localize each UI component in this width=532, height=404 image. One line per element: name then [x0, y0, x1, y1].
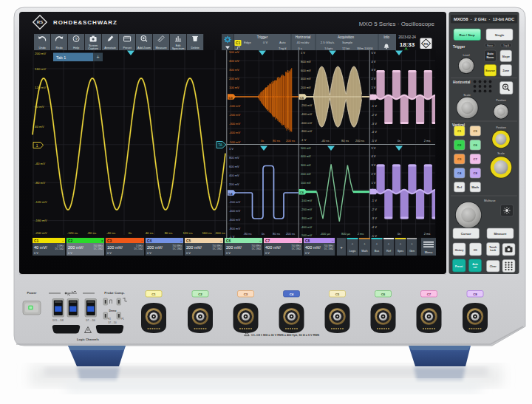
svg-text:0s: 0s	[262, 232, 265, 236]
svg-text:Trigger: Trigger	[453, 45, 465, 49]
svg-text:200 mV/: 200 mV/	[147, 245, 163, 250]
svg-text:MXO 5 Series · Oscilloscope: MXO 5 Series · Oscilloscope	[359, 21, 435, 27]
svg-text:DC 1MΩ: DC 1MΩ	[94, 247, 103, 250]
svg-text:Ref: Ref	[386, 250, 392, 253]
svg-text:-40 ns: -40 ns	[106, 231, 116, 235]
svg-text:I/O: I/O	[474, 249, 477, 252]
svg-text:Undo: Undo	[38, 46, 45, 49]
svg-text:Help: Help	[73, 46, 79, 49]
svg-text:-300 mV: -300 mV	[229, 122, 240, 126]
svg-text:2 V: 2 V	[372, 77, 376, 81]
svg-text:300 mV: 300 mV	[229, 68, 239, 72]
svg-text:C5: C5	[335, 292, 340, 296]
svg-text:Annotate: Annotate	[104, 46, 116, 49]
svg-text:-2 V: -2 V	[372, 208, 378, 211]
svg-text:-500 mV: -500 mV	[301, 233, 312, 237]
svg-text:Spectrum: Spectrum	[172, 47, 185, 50]
svg-text:C4: C4	[290, 292, 294, 296]
svg-text:Scale: Scale	[497, 152, 505, 155]
svg-text:4 V: 4 V	[372, 60, 376, 64]
svg-text:Bus: Bus	[375, 250, 380, 253]
svg-text:0s: 0s	[261, 139, 264, 143]
svg-text:160 ns: 160 ns	[202, 231, 212, 235]
svg-text:400 mV: 400 mV	[301, 154, 311, 158]
svg-text:Info: Info	[383, 35, 389, 39]
svg-text:C6: C6	[226, 239, 231, 243]
svg-text:2 V: 2 V	[372, 172, 376, 176]
svg-text:-1 V: -1 V	[229, 235, 235, 239]
svg-text:–: –	[62, 239, 64, 243]
svg-text:40 mV: 40 mV	[35, 125, 44, 129]
svg-text:Measure: Measure	[156, 46, 167, 49]
svg-text:C8: C8	[305, 239, 310, 243]
svg-text:Math: Math	[361, 250, 367, 253]
svg-text:C3: C3	[457, 157, 462, 161]
svg-text:1 V: 1 V	[372, 181, 376, 185]
svg-text:200 ns: 200 ns	[286, 232, 295, 236]
svg-text:-800 mV: -800 mV	[301, 129, 312, 133]
svg-text:C4: C4	[228, 192, 233, 196]
svg-text:Capture: Capture	[88, 47, 98, 50]
svg-text:C1: C1	[236, 41, 240, 45]
svg-text:+: +	[340, 245, 343, 250]
svg-text:3 V: 3 V	[372, 163, 376, 167]
svg-text:D7 ... D0: D7 ... D0	[108, 321, 116, 324]
svg-text:-800 mV: -800 mV	[229, 227, 240, 230]
svg-text:0 V: 0 V	[186, 252, 191, 255]
svg-text:C6: C6	[474, 143, 478, 147]
svg-text:500 mV: 500 mV	[301, 146, 311, 150]
svg-text:Delete: Delete	[191, 46, 199, 49]
svg-text:40 ns/div: 40 ns/div	[297, 41, 310, 44]
svg-text:C3: C3	[244, 292, 248, 296]
svg-text:Scale: Scale	[463, 94, 471, 97]
svg-text:400 mV: 400 mV	[229, 59, 239, 63]
svg-text:-600 mV: -600 mV	[229, 218, 240, 222]
svg-text:History: History	[455, 249, 464, 252]
svg-text:C8: C8	[474, 171, 478, 175]
svg-text:RS: RS	[424, 42, 429, 46]
svg-text:2.5 GSa/s: 2.5 GSa/s	[321, 41, 335, 44]
svg-text:Multiuse: Multiuse	[484, 199, 496, 202]
svg-text:Logic: Logic	[349, 250, 355, 253]
svg-text:-3 V: -3 V	[372, 216, 378, 220]
svg-text:-100 mV: -100 mV	[301, 199, 312, 202]
svg-text:-5 V: -5 V	[372, 234, 378, 238]
svg-text:C7: C7	[427, 292, 432, 296]
svg-text:C4: C4	[147, 239, 151, 243]
svg-text:1: 1	[36, 144, 38, 148]
svg-text:0 V: 0 V	[34, 252, 38, 255]
svg-text:Wfm 10000: Wfm 10000	[357, 47, 373, 50]
svg-text:800 mV: 800 mV	[301, 60, 311, 64]
svg-text:C8: C8	[473, 292, 477, 296]
svg-text:Auto: Auto	[487, 52, 494, 55]
svg-text:120 mV: 120 mV	[35, 86, 46, 89]
svg-text:12 bit: 12 bit	[342, 47, 350, 50]
svg-text:Position: Position	[496, 126, 506, 129]
svg-text:200 mV/: 200 mV/	[186, 245, 202, 250]
svg-text:Slope: Slope	[502, 55, 510, 58]
svg-text:0 s: 0 s	[298, 47, 302, 50]
svg-text:-400 mV: -400 mV	[229, 131, 240, 134]
svg-text:Trigger: Trigger	[257, 35, 268, 39]
svg-text:2023-02-24: 2023-02-24	[398, 35, 416, 39]
svg-text:200 ns: 200 ns	[215, 231, 225, 235]
svg-text:-1 V: -1 V	[301, 138, 307, 142]
svg-text:Force: Force	[487, 44, 493, 47]
svg-text:-5 V: -5 V	[372, 139, 378, 143]
svg-text:-1 V: -1 V	[372, 199, 378, 202]
svg-text:4 V: 4 V	[372, 154, 376, 158]
svg-text:100 mV: 100 mV	[301, 181, 311, 185]
svg-text:C1: C1	[457, 129, 462, 133]
svg-text:C7: C7	[474, 157, 478, 161]
svg-text:1 V: 1 V	[229, 147, 233, 151]
svg-text:-200 mV: -200 mV	[301, 208, 312, 211]
svg-text:0 V: 0 V	[68, 252, 72, 255]
svg-text:2 ms: 2 ms	[424, 232, 431, 236]
svg-text:Trig’d: Trig’d	[279, 47, 287, 50]
svg-text:80 ns: 80 ns	[273, 139, 280, 143]
svg-text:-40 mV: -40 mV	[35, 162, 45, 165]
svg-text:-500 mV: -500 mV	[229, 140, 240, 144]
svg-text:C1–C8 1 MΩ ≤ 30 V RMS ≤ 400 Vp: C1–C8 1 MΩ ≤ 30 V RMS ≤ 400 Vpk, 50 Ω ≤ …	[251, 334, 320, 337]
svg-text:+: +	[96, 55, 99, 60]
svg-text:MXO58 · 2 GHz · 12-bit ADC: MXO58 · 2 GHz · 12-bit ADC	[454, 17, 515, 21]
